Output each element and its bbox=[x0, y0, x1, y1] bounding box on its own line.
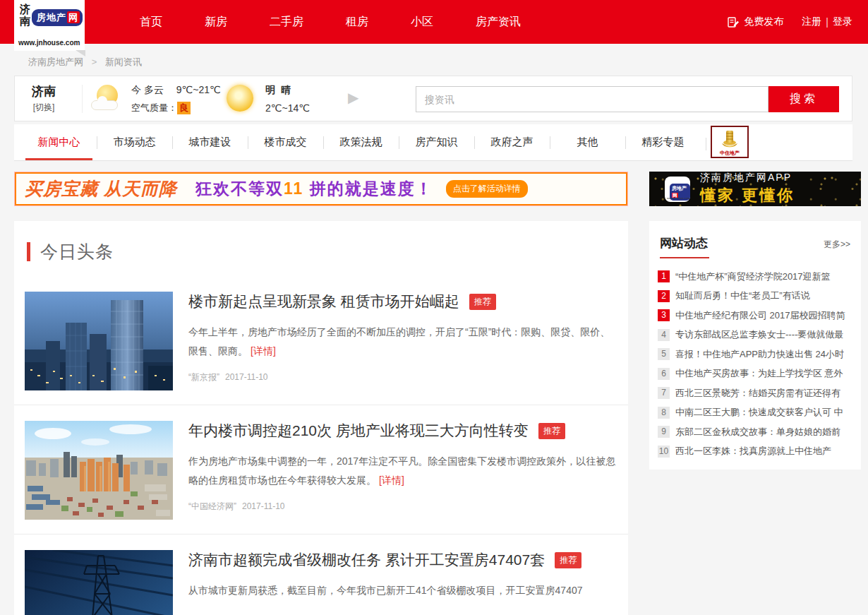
list-item[interactable]: 9东部二区金秋成交故事：单身姑娘的婚前 bbox=[658, 422, 852, 442]
main-nav: 首页 新房 二手房 租房 小区 房产资讯 bbox=[119, 0, 542, 44]
news-content: 年内楼市调控超210次 房地产业将现三大方向性转变推荐 作为房地产市场集中调整的… bbox=[188, 421, 617, 520]
rank-badge: 2 bbox=[658, 290, 670, 302]
header-right: 免费发布 注册 | 登录 bbox=[728, 0, 852, 44]
list-item[interactable]: 4专访东部战区总监李焕女士----要做就做最 bbox=[658, 326, 852, 345]
list-item[interactable]: 6中住地产买房故事：为娃上学找学区 意外 bbox=[658, 364, 852, 384]
news-summary: 今年上半年，房地产市场经历了全面的不断加压的调控，开启了“五限”时代：限购、限贷… bbox=[188, 323, 617, 360]
list-item[interactable]: 8中南二区王大鹏：快速成交获客户认可 中 bbox=[658, 403, 852, 423]
news-summary: 从市城市更新局获悉，截至目前，今年我市已新开工41个省级棚改项目，开工安置房47… bbox=[188, 581, 617, 600]
tomorrow-condition: 明 晴 bbox=[265, 84, 310, 97]
site-news-list: 1“中住地产杯”商贸经济学院2017迎新篮 2知耻而后勇！中住“老员工”有话说 … bbox=[649, 267, 861, 461]
nav-item-new-homes[interactable]: 新房 bbox=[183, 0, 248, 44]
list-item[interactable]: 1“中住地产杯”商贸经济学院2017迎新篮 bbox=[658, 267, 852, 287]
tomorrow-temp: 2℃~14℃ bbox=[265, 102, 310, 114]
news-meta: “中国经济网”2017-11-10 bbox=[188, 501, 617, 513]
rank-badge: 3 bbox=[658, 309, 670, 321]
app-logo-url: www.jnhouse.com bbox=[667, 196, 689, 200]
aerial-city-photo[interactable] bbox=[25, 421, 173, 520]
login-link[interactable]: 登录 bbox=[833, 16, 852, 28]
city-switch-link[interactable]: [切换] bbox=[32, 102, 56, 114]
today-condition: 今 多云 bbox=[131, 84, 164, 95]
rank-badge: 5 bbox=[658, 348, 670, 360]
section-head: 今日头条 bbox=[14, 221, 628, 263]
news-meta: “新京报”2017-11-10 bbox=[188, 371, 617, 383]
news-title-text: 济南市超额完成省级棚改任务 累计开工安置房47407套 bbox=[188, 551, 545, 568]
nav-item-communities[interactable]: 小区 bbox=[390, 0, 454, 44]
breadcrumb-home[interactable]: 济南房地产网 bbox=[28, 56, 83, 67]
cloudy-sun-icon bbox=[91, 83, 125, 113]
weather-city: 济南 bbox=[32, 83, 56, 100]
nav-item-second-hand[interactable]: 二手房 bbox=[248, 0, 325, 44]
weather-divider bbox=[82, 85, 83, 113]
list-item-text: 中南二区王大鹏：快速成交获客户认可 中 bbox=[675, 406, 843, 419]
news-content: 济南市超额完成省级棚改任务 累计开工安置房47407套推荐 从市城市更新局获悉，… bbox=[188, 550, 617, 615]
list-item[interactable]: 2知耻而后勇！中住“老员工”有话说 bbox=[658, 287, 852, 306]
promo-banner-ad[interactable]: 买房宝藏 从天而降 狂欢不等双11 拼的就是速度！ 点击了解活动详情 bbox=[14, 172, 628, 206]
recommend-badge: 推荐 bbox=[555, 552, 581, 568]
nav-item-home[interactable]: 首页 bbox=[119, 0, 183, 44]
logo-city-text: 济南 bbox=[20, 4, 31, 28]
news-title[interactable]: 年内楼市调控超210次 房地产业将现三大方向性转变推荐 bbox=[188, 421, 617, 441]
list-item[interactable]: 10西北一区李姝：找真房源就上中住地产 bbox=[658, 442, 852, 462]
list-item-text: 知耻而后勇！中住“老员工”有话说 bbox=[675, 289, 810, 302]
nav-item-rentals[interactable]: 租房 bbox=[325, 0, 390, 44]
search-input[interactable] bbox=[416, 86, 768, 112]
news-source: “中国经济网” bbox=[188, 501, 236, 511]
rank-badge: 8 bbox=[658, 407, 670, 419]
site-logo[interactable]: 济南 房地产网 www.jnhouse.com bbox=[14, 0, 85, 51]
register-link[interactable]: 注册 bbox=[802, 16, 821, 28]
tab-market-trends[interactable]: 市场动态 bbox=[97, 124, 172, 160]
breadcrumb-separator: > bbox=[92, 56, 97, 67]
weather-today: 今 多云 9℃~21℃ 空气质量：良 bbox=[131, 84, 221, 114]
news-title-text: 年内楼市调控超210次 房地产业将现三大方向性转变 bbox=[188, 422, 529, 438]
rank-badge: 7 bbox=[658, 387, 670, 399]
news-date: 2017-11-10 bbox=[225, 372, 268, 382]
app-banner-ad[interactable]: 房地产网 www.jnhouse.com 济南房地产网APP 懂家 更懂你 bbox=[649, 172, 861, 206]
site-news-panel: 网站动态 更多>> 1“中住地产杯”商贸经济学院2017迎新篮 2知耻而后勇！中… bbox=[649, 221, 861, 470]
zhongzhu-property-link[interactable]: 中住地产 bbox=[711, 126, 749, 158]
night-city-towers-photo[interactable] bbox=[25, 292, 173, 390]
news-title-text: 楼市新起点呈现新景象 租赁市场开始崛起 bbox=[188, 293, 459, 309]
tab-property-knowledge[interactable]: 房产知识 bbox=[399, 124, 474, 160]
promo-detail-button[interactable]: 点击了解活动详情 bbox=[446, 180, 528, 198]
detail-link[interactable]: [详情] bbox=[379, 474, 404, 486]
today-headlines-section: 今日头条 bbox=[14, 221, 628, 615]
tab-other[interactable]: 其他 bbox=[550, 124, 625, 160]
weather-next-arrow-icon[interactable]: ▶ bbox=[348, 89, 358, 106]
tab-special-topics[interactable]: 精彩专题 bbox=[625, 124, 701, 160]
free-publish-label: 免费发布 bbox=[744, 16, 783, 28]
recommend-badge: 推荐 bbox=[469, 294, 496, 310]
tab-news-center[interactable]: 新闻中心 bbox=[21, 124, 97, 160]
zhongzhu-logo-icon bbox=[719, 129, 740, 148]
tab-policies[interactable]: 政策法规 bbox=[323, 124, 399, 160]
free-publish-button[interactable]: 免费发布 bbox=[728, 16, 783, 28]
air-quality-label: 空气质量： bbox=[131, 102, 177, 113]
app-banner-text: 济南房地产网APP 懂家 更懂你 bbox=[700, 172, 795, 206]
list-item[interactable]: 7西北三区景晓芳：结婚买房需有证还得有 bbox=[658, 383, 852, 403]
breadcrumb-current: 新闻资讯 bbox=[105, 56, 142, 67]
power-pylon-photo[interactable] bbox=[25, 550, 173, 615]
tab-government-voice[interactable]: 政府之声 bbox=[474, 124, 550, 160]
nav-item-property-news[interactable]: 房产资讯 bbox=[454, 0, 542, 44]
tab-market-deals[interactable]: 楼市成交 bbox=[248, 124, 323, 160]
weather-tomorrow: 明 晴 2℃~14℃ bbox=[265, 84, 310, 114]
list-item-text: “中住地产杯”商贸经济学院2017迎新篮 bbox=[675, 270, 831, 283]
weather-search-bar: 济南 [切换] 今 多云 9℃~21℃ 空气质量：良 明 晴 2℃~14℃ ▶ … bbox=[14, 76, 852, 121]
list-item[interactable]: 3中住地产经纪有限公司 2017届校园招聘简 bbox=[658, 306, 852, 326]
detail-link[interactable]: [详情] bbox=[251, 345, 276, 357]
rank-badge: 4 bbox=[658, 329, 670, 341]
breadcrumb: 济南房地产网 > 新闻资讯 bbox=[28, 56, 142, 68]
list-item[interactable]: 5喜报！中住地产APP助力快速出售 24小时 bbox=[658, 345, 852, 364]
news-title[interactable]: 济南市超额完成省级棚改任务 累计开工安置房47407套推荐 bbox=[188, 550, 617, 570]
logo-url-text: www.jnhouse.com bbox=[18, 39, 80, 47]
site-news-more-link[interactable]: 更多>> bbox=[824, 239, 850, 251]
logo-name-pill: 房地产网 bbox=[32, 9, 83, 26]
site-news-title: 网站动态 bbox=[660, 235, 708, 258]
section-marker bbox=[27, 242, 30, 261]
tab-city-construction[interactable]: 城市建设 bbox=[172, 124, 248, 160]
news-summary: 作为房地产市场集中调整的一年，2017年注定不平凡。除全国密集下发楼市调控政策外… bbox=[188, 452, 617, 489]
list-item-text: 中住地产买房故事：为娃上学找学区 意外 bbox=[675, 367, 843, 380]
top-header: 济南 房地产网 www.jnhouse.com 首页 新房 二手房 租房 小区 … bbox=[0, 0, 868, 44]
news-title[interactable]: 楼市新起点呈现新景象 租赁市场开始崛起推荐 bbox=[188, 292, 617, 311]
search-button[interactable]: 搜索 bbox=[768, 86, 839, 112]
